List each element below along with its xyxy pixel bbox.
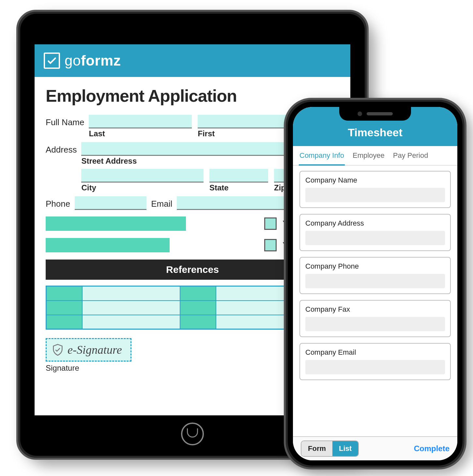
city-hint: City (81, 183, 204, 192)
tab-employee[interactable]: Employee (352, 146, 385, 165)
tab-pay-period[interactable]: Pay Period (392, 146, 429, 165)
phone-tabs: Company Info Employee Pay Period (293, 146, 457, 166)
city-input[interactable] (81, 169, 204, 183)
view-segment: Form List (301, 440, 359, 457)
fullname-last-input[interactable] (89, 115, 192, 128)
card-company-address[interactable]: Company Address (299, 214, 451, 251)
fullname-last-hint: Last (89, 129, 192, 138)
email-label: Email (151, 196, 172, 209)
seg-form-button[interactable]: Form (301, 441, 332, 456)
q1-yes-checkbox[interactable] (264, 217, 277, 230)
phone-list[interactable]: Company Name Company Address Company Pho… (293, 166, 457, 436)
phone-screen: Timesheet Company Info Employee Pay Peri… (293, 107, 457, 460)
shield-check-icon (51, 343, 64, 356)
tablet-home-button[interactable] (181, 423, 204, 445)
question-bar-2 (46, 238, 170, 252)
e-signature-text: e-Signature (68, 343, 122, 357)
phone-label: Phone (46, 196, 70, 209)
phone-input[interactable] (75, 196, 146, 210)
e-signature-field[interactable]: e-Signature (46, 338, 131, 362)
phone-title: Timesheet (348, 126, 403, 139)
phone-toolbar: Form List Complete (293, 436, 457, 460)
goformz-logo-icon (44, 52, 60, 69)
brand-header: goformz (35, 44, 350, 77)
card-company-fax[interactable]: Company Fax (299, 300, 451, 337)
brand-name: goformz (65, 52, 121, 69)
phone-device: Timesheet Company Info Employee Pay Peri… (284, 98, 466, 469)
company-email-input[interactable] (305, 360, 445, 374)
q2-yes-checkbox[interactable] (264, 239, 277, 251)
company-phone-input[interactable] (305, 274, 445, 288)
seg-list-button[interactable]: List (332, 441, 358, 456)
tab-company-info[interactable]: Company Info (299, 146, 345, 166)
card-company-email[interactable]: Company Email (299, 343, 451, 380)
card-company-name[interactable]: Company Name (299, 171, 451, 208)
complete-button[interactable]: Complete (414, 444, 450, 453)
company-address-input[interactable] (305, 231, 445, 245)
phone-notch (339, 107, 411, 121)
card-company-phone[interactable]: Company Phone (299, 257, 451, 294)
fullname-label: Full Name (46, 115, 84, 127)
address-label: Address (46, 142, 77, 155)
company-fax-input[interactable] (305, 317, 445, 331)
company-name-input[interactable] (305, 188, 445, 202)
state-hint: State (209, 183, 268, 192)
state-input[interactable] (209, 169, 268, 183)
question-bar-1 (46, 216, 186, 231)
